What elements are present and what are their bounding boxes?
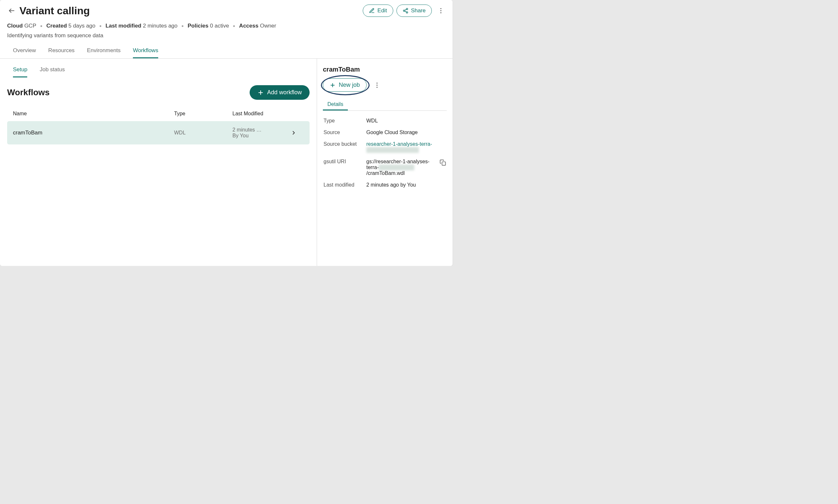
meta-line: Cloud GCP ● Created 5 days ago ● Last mo… [0,17,453,29]
detail-source-label: Source [324,129,363,136]
svg-point-15 [377,87,377,88]
workflow-row-modified-time: 2 minutes … [232,127,291,133]
tab-overview[interactable]: Overview [13,45,36,58]
header-more-button[interactable] [436,6,446,15]
detail-bucket-value: researcher-1-analyses-terra-xxxxxxxx xx … [366,141,446,153]
share-icon [403,8,408,14]
add-workflow-button[interactable]: Add workflow [250,85,310,100]
meta-cloud-label: Cloud [7,23,23,29]
detail-source-value: Google Cloud Storage [366,129,446,136]
tab-resources[interactable]: Resources [48,45,74,58]
meta-policies-value: 0 active [210,23,229,29]
tab-workflows[interactable]: Workflows [133,45,158,58]
workspace-description: Identifying variants from sequence data [0,29,453,39]
detail-panel-title: cramToBam [323,66,447,73]
edit-button[interactable]: Edit [363,4,393,17]
new-job-button[interactable]: New job [323,78,367,92]
copy-uri-button[interactable] [440,159,446,166]
meta-access-value: Owner [260,23,276,29]
detail-lastmod-value: 2 minutes ago by You [366,182,446,188]
plus-icon [330,82,335,88]
workflows-table-header: Name Type Last Modified [7,106,310,121]
workflow-row-modified-by: By You [232,133,291,139]
tab-environments[interactable]: Environments [87,45,121,58]
detail-lastmod-label: Last modified [324,182,363,188]
detail-more-button[interactable] [372,80,382,90]
workflows-heading: Workflows [7,88,50,97]
svg-rect-16 [442,162,446,165]
subtab-job-status[interactable]: Job status [39,65,65,77]
copy-icon [440,159,446,166]
svg-line-4 [405,11,406,12]
meta-cloud-value: GCP [24,23,36,29]
edit-button-label: Edit [377,7,387,14]
workflow-row[interactable]: cramToBam WDL 2 minutes … By You [7,121,310,144]
detail-type-label: Type [324,118,363,124]
detail-uri-label: gsutil URI [324,159,363,176]
meta-created-label: Created [46,23,67,29]
arrow-left-icon [8,7,15,14]
plus-icon [257,89,264,96]
page-title: Variant calling [19,5,90,17]
share-button[interactable]: Share [397,4,432,17]
add-workflow-label: Add workflow [267,89,302,96]
meta-access-label: Access [239,23,259,29]
meta-modified-label: Last modified [105,23,141,29]
svg-point-13 [377,82,377,83]
meta-policies-label: Policies [188,23,208,29]
col-name: Name [13,111,174,116]
meta-modified-value: 2 minutes ago [143,23,178,29]
svg-point-6 [440,8,441,9]
workflow-row-name: cramToBam [13,129,174,136]
workflow-subtabs: Setup Job status [0,59,317,77]
svg-point-14 [377,85,377,86]
primary-tabs: Overview Resources Environments Workflow… [0,39,453,59]
workflow-row-type: WDL [174,130,232,136]
detail-type-value: WDL [366,118,446,124]
new-job-label: New job [339,82,360,88]
pencil-icon [369,8,375,14]
share-button-label: Share [411,7,426,14]
svg-point-8 [440,12,441,13]
meta-created-value: 5 days ago [68,23,95,29]
source-bucket-link[interactable]: researcher-1-analyses-terra-xxxxxxxx xx … [366,141,432,152]
detail-subtabs: Details [323,98,447,111]
chevron-right-icon [291,130,304,136]
svg-line-5 [405,10,406,11]
subtab-setup[interactable]: Setup [13,65,27,77]
back-button[interactable] [7,6,16,15]
more-vertical-icon [437,7,444,14]
detail-bucket-label: Source bucket [324,141,363,153]
col-type: Type [174,111,232,116]
detail-uri-value: gs://researcher-1-analyses-terra-xxxx xx… [366,159,437,176]
svg-point-7 [440,10,441,11]
more-vertical-icon [373,82,381,89]
col-modified: Last Modified [232,111,291,116]
detail-tab-details[interactable]: Details [323,98,348,110]
